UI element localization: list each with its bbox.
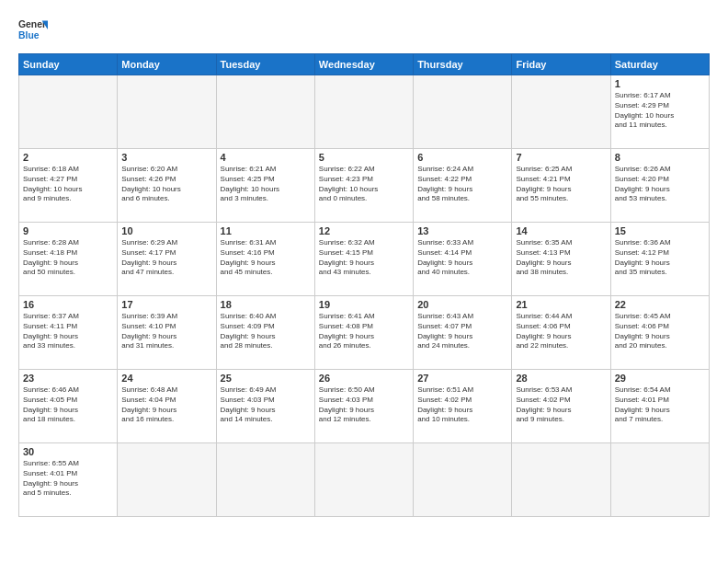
day-cell: 7Sunrise: 6:25 AM Sunset: 4:21 PM Daylig… <box>512 149 610 223</box>
day-cell <box>414 75 512 149</box>
day-cell: 21Sunrise: 6:44 AM Sunset: 4:06 PM Dayli… <box>512 296 610 370</box>
day-info: Sunrise: 6:48 AM Sunset: 4:04 PM Dayligh… <box>121 385 211 425</box>
day-number: 27 <box>417 373 507 384</box>
day-cell <box>512 443 610 517</box>
day-cell: 16Sunrise: 6:37 AM Sunset: 4:11 PM Dayli… <box>19 296 118 370</box>
day-number: 16 <box>23 299 113 310</box>
day-number: 3 <box>121 152 211 163</box>
day-info: Sunrise: 6:18 AM Sunset: 4:27 PM Dayligh… <box>23 165 113 204</box>
day-number: 8 <box>615 152 705 163</box>
day-cell <box>118 443 216 517</box>
day-cell: 1Sunrise: 6:17 AM Sunset: 4:29 PM Daylig… <box>610 75 709 149</box>
day-info: Sunrise: 6:36 AM Sunset: 4:12 PM Dayligh… <box>615 238 705 278</box>
week-row-1: 1Sunrise: 6:17 AM Sunset: 4:29 PM Daylig… <box>19 75 710 149</box>
day-number: 19 <box>319 299 409 310</box>
day-info: Sunrise: 6:55 AM Sunset: 4:01 PM Dayligh… <box>23 459 113 499</box>
logo: General Blue <box>18 15 48 44</box>
day-cell: 15Sunrise: 6:36 AM Sunset: 4:12 PM Dayli… <box>610 223 709 296</box>
day-number: 29 <box>615 373 705 384</box>
day-cell: 20Sunrise: 6:43 AM Sunset: 4:07 PM Dayli… <box>414 296 512 370</box>
day-cell: 17Sunrise: 6:39 AM Sunset: 4:10 PM Dayli… <box>118 296 216 370</box>
day-info: Sunrise: 6:40 AM Sunset: 4:09 PM Dayligh… <box>221 312 311 351</box>
header: General Blue <box>18 15 710 44</box>
day-cell: 10Sunrise: 6:29 AM Sunset: 4:17 PM Dayli… <box>118 223 216 296</box>
day-number: 15 <box>615 225 705 236</box>
day-number: 9 <box>23 225 113 236</box>
calendar-table: SundayMondayTuesdayWednesdayThursdayFrid… <box>18 53 710 517</box>
generalblue-logo-icon: General Blue <box>18 15 48 44</box>
day-info: Sunrise: 6:31 AM Sunset: 4:16 PM Dayligh… <box>221 238 311 278</box>
day-info: Sunrise: 6:28 AM Sunset: 4:18 PM Dayligh… <box>23 238 113 278</box>
day-number: 30 <box>23 446 113 457</box>
day-number: 23 <box>23 373 113 384</box>
day-cell: 19Sunrise: 6:41 AM Sunset: 4:08 PM Dayli… <box>314 296 413 370</box>
day-cell: 2Sunrise: 6:18 AM Sunset: 4:27 PM Daylig… <box>19 149 118 223</box>
day-number: 1 <box>615 78 705 89</box>
day-number: 6 <box>417 152 507 163</box>
day-number: 28 <box>516 373 606 384</box>
day-info: Sunrise: 6:29 AM Sunset: 4:17 PM Dayligh… <box>121 238 211 278</box>
day-info: Sunrise: 6:37 AM Sunset: 4:11 PM Dayligh… <box>23 312 113 351</box>
weekday-header-sunday: Sunday <box>19 54 118 75</box>
day-cell <box>314 75 413 149</box>
day-info: Sunrise: 6:44 AM Sunset: 4:06 PM Dayligh… <box>516 312 606 351</box>
svg-text:Blue: Blue <box>18 30 40 40</box>
day-number: 12 <box>319 225 409 236</box>
day-info: Sunrise: 6:22 AM Sunset: 4:23 PM Dayligh… <box>319 165 409 204</box>
day-number: 21 <box>516 299 606 310</box>
day-info: Sunrise: 6:26 AM Sunset: 4:20 PM Dayligh… <box>615 165 705 204</box>
day-cell: 12Sunrise: 6:32 AM Sunset: 4:15 PM Dayli… <box>314 223 413 296</box>
day-cell: 30Sunrise: 6:55 AM Sunset: 4:01 PM Dayli… <box>19 443 118 517</box>
day-info: Sunrise: 6:51 AM Sunset: 4:02 PM Dayligh… <box>417 385 507 425</box>
day-cell <box>118 75 216 149</box>
week-row-4: 16Sunrise: 6:37 AM Sunset: 4:11 PM Dayli… <box>19 296 710 370</box>
weekday-header-tuesday: Tuesday <box>216 54 314 75</box>
day-cell <box>216 75 314 149</box>
weekday-header-row: SundayMondayTuesdayWednesdayThursdayFrid… <box>19 54 710 75</box>
week-row-5: 23Sunrise: 6:46 AM Sunset: 4:05 PM Dayli… <box>19 370 710 443</box>
day-cell: 3Sunrise: 6:20 AM Sunset: 4:26 PM Daylig… <box>118 149 216 223</box>
day-cell: 26Sunrise: 6:50 AM Sunset: 4:03 PM Dayli… <box>314 370 413 443</box>
day-cell: 27Sunrise: 6:51 AM Sunset: 4:02 PM Dayli… <box>414 370 512 443</box>
day-cell: 5Sunrise: 6:22 AM Sunset: 4:23 PM Daylig… <box>314 149 413 223</box>
day-cell: 25Sunrise: 6:49 AM Sunset: 4:03 PM Dayli… <box>216 370 314 443</box>
day-info: Sunrise: 6:25 AM Sunset: 4:21 PM Dayligh… <box>516 165 606 204</box>
day-info: Sunrise: 6:33 AM Sunset: 4:14 PM Dayligh… <box>417 238 507 278</box>
day-cell <box>19 75 118 149</box>
day-cell: 23Sunrise: 6:46 AM Sunset: 4:05 PM Dayli… <box>19 370 118 443</box>
weekday-header-wednesday: Wednesday <box>314 54 413 75</box>
day-info: Sunrise: 6:32 AM Sunset: 4:15 PM Dayligh… <box>319 238 409 278</box>
day-cell: 18Sunrise: 6:40 AM Sunset: 4:09 PM Dayli… <box>216 296 314 370</box>
day-number: 7 <box>516 152 606 163</box>
day-info: Sunrise: 6:21 AM Sunset: 4:25 PM Dayligh… <box>221 165 311 204</box>
day-info: Sunrise: 6:41 AM Sunset: 4:08 PM Dayligh… <box>319 312 409 351</box>
day-number: 17 <box>121 299 211 310</box>
day-info: Sunrise: 6:39 AM Sunset: 4:10 PM Dayligh… <box>121 312 211 351</box>
day-number: 4 <box>221 152 311 163</box>
day-cell: 11Sunrise: 6:31 AM Sunset: 4:16 PM Dayli… <box>216 223 314 296</box>
day-number: 25 <box>221 373 311 384</box>
day-number: 20 <box>417 299 507 310</box>
day-info: Sunrise: 6:45 AM Sunset: 4:06 PM Dayligh… <box>615 312 705 351</box>
day-cell: 13Sunrise: 6:33 AM Sunset: 4:14 PM Dayli… <box>414 223 512 296</box>
day-cell <box>414 443 512 517</box>
day-number: 22 <box>615 299 705 310</box>
day-number: 10 <box>121 225 211 236</box>
day-number: 11 <box>221 225 311 236</box>
day-info: Sunrise: 6:20 AM Sunset: 4:26 PM Dayligh… <box>121 165 211 204</box>
day-number: 26 <box>319 373 409 384</box>
page: General Blue SundayMondayTuesdayWednesda… <box>0 0 728 563</box>
day-info: Sunrise: 6:46 AM Sunset: 4:05 PM Dayligh… <box>23 385 113 425</box>
day-number: 14 <box>516 225 606 236</box>
day-cell: 22Sunrise: 6:45 AM Sunset: 4:06 PM Dayli… <box>610 296 709 370</box>
day-number: 13 <box>417 225 507 236</box>
day-info: Sunrise: 6:54 AM Sunset: 4:01 PM Dayligh… <box>615 385 705 425</box>
day-cell: 9Sunrise: 6:28 AM Sunset: 4:18 PM Daylig… <box>19 223 118 296</box>
day-info: Sunrise: 6:49 AM Sunset: 4:03 PM Dayligh… <box>221 385 311 425</box>
day-cell: 14Sunrise: 6:35 AM Sunset: 4:13 PM Dayli… <box>512 223 610 296</box>
week-row-3: 9Sunrise: 6:28 AM Sunset: 4:18 PM Daylig… <box>19 223 710 296</box>
day-number: 5 <box>319 152 409 163</box>
day-info: Sunrise: 6:53 AM Sunset: 4:02 PM Dayligh… <box>516 385 606 425</box>
day-info: Sunrise: 6:24 AM Sunset: 4:22 PM Dayligh… <box>417 165 507 204</box>
week-row-6: 30Sunrise: 6:55 AM Sunset: 4:01 PM Dayli… <box>19 443 710 517</box>
